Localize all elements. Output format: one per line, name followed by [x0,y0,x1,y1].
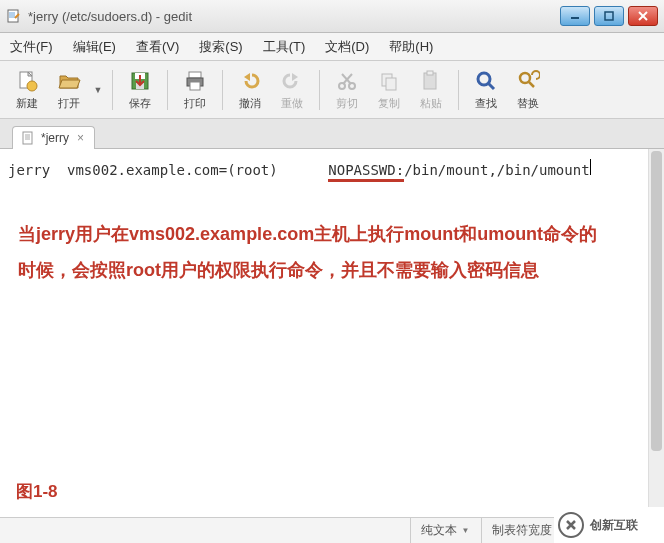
window-controls [560,6,658,26]
print-label: 打印 [184,96,206,111]
find-button[interactable]: 查找 [467,65,505,115]
annotation-line2: 时候，会按照root用户的权限执行命令，并且不需要输入密码信息 [18,252,646,288]
undo-label: 撤消 [239,96,261,111]
redo-button: 重做 [273,65,311,115]
annotation-line1: 当jerry用户在vms002.example.com主机上执行mount和um… [18,216,646,252]
tab-label: *jerry [41,131,69,145]
vertical-scrollbar[interactable] [648,149,664,517]
minimize-button[interactable] [560,6,590,26]
file-icon [21,131,35,145]
menu-edit[interactable]: 编辑(E) [69,36,120,58]
menu-bar: 文件(F) 编辑(E) 查看(V) 搜索(S) 工具(T) 文档(D) 帮助(H… [0,33,664,61]
app-icon [6,8,22,24]
watermark-logo-icon [558,512,584,538]
code-line: jerry vms002.example.com=(root) NOPASSWD… [8,159,656,182]
svg-marker-15 [292,73,298,81]
paste-label: 粘贴 [420,96,442,111]
save-button[interactable]: 保存 [121,65,159,115]
svg-point-26 [520,73,530,83]
open-dropdown[interactable]: ▼ [92,65,104,115]
scrollbar-thumb[interactable] [651,151,662,451]
copy-icon [377,69,401,93]
undo-icon [238,69,262,93]
text-cursor [590,159,591,175]
redo-label: 重做 [281,96,303,111]
copy-button: 复制 [370,65,408,115]
cut-icon [335,69,359,93]
find-label: 查找 [475,96,497,111]
toolbar: 新建 打开 ▼ 保存 打印 撤消 重做 剪切 复制 粘贴 查找 替 [0,61,664,119]
find-icon [474,69,498,93]
new-icon [15,69,39,93]
maximize-button[interactable] [594,6,624,26]
replace-label: 替换 [517,96,539,111]
code-nopasswd: NOPASSWD: [328,162,404,182]
figure-label: 图1-8 [16,480,58,503]
open-label: 打开 [58,96,80,111]
replace-button[interactable]: 替换 [509,65,547,115]
tab-bar: *jerry × [0,119,664,149]
menu-documents[interactable]: 文档(D) [321,36,373,58]
toolbar-separator [167,70,168,110]
print-button[interactable]: 打印 [176,65,214,115]
svg-rect-21 [386,78,396,90]
save-icon [128,69,152,93]
title-bar: *jerry (/etc/sudoers.d) - gedit [0,0,664,33]
tab-close-icon[interactable]: × [75,131,86,145]
svg-rect-11 [189,72,201,78]
lang-selector[interactable]: 纯文本 ▼ [410,518,469,543]
svg-marker-14 [244,73,250,81]
svg-line-27 [529,82,534,87]
svg-rect-13 [190,82,200,90]
tab-jerry[interactable]: *jerry × [12,126,95,149]
new-button[interactable]: 新建 [8,65,46,115]
menu-search[interactable]: 搜索(S) [195,36,246,58]
cut-label: 剪切 [336,96,358,111]
undo-button[interactable]: 撤消 [231,65,269,115]
watermark-text: 创新互联 [590,517,638,534]
chevron-down-icon: ▼ [461,526,469,535]
svg-point-7 [27,81,37,91]
svg-rect-23 [427,71,433,75]
svg-rect-2 [605,12,613,20]
svg-rect-28 [23,132,32,144]
menu-file[interactable]: 文件(F) [6,36,57,58]
menu-help[interactable]: 帮助(H) [385,36,437,58]
svg-line-25 [488,83,494,89]
code-prefix: jerry vms002.example.com=(root) [8,162,328,178]
editor-area[interactable]: jerry vms002.example.com=(root) NOPASSWD… [0,149,664,509]
annotation-text: 当jerry用户在vms002.example.com主机上执行mount和um… [8,216,656,288]
new-label: 新建 [16,96,38,111]
menu-tools[interactable]: 工具(T) [259,36,310,58]
watermark: 创新互联 [554,507,664,543]
menu-view[interactable]: 查看(V) [132,36,183,58]
replace-icon [516,69,540,93]
redo-icon [280,69,304,93]
lang-label: 纯文本 [421,522,457,539]
open-button[interactable]: 打开 [50,65,88,115]
open-icon [57,69,81,93]
window-title: *jerry (/etc/sudoers.d) - gedit [28,9,560,24]
print-icon [183,69,207,93]
copy-label: 复制 [378,96,400,111]
code-suffix: /bin/mount,/bin/umount [404,162,589,178]
paste-button: 粘贴 [412,65,450,115]
toolbar-separator [112,70,113,110]
toolbar-separator [319,70,320,110]
toolbar-separator [458,70,459,110]
cut-button: 剪切 [328,65,366,115]
save-label: 保存 [129,96,151,111]
toolbar-separator [222,70,223,110]
close-button[interactable] [628,6,658,26]
paste-icon [419,69,443,93]
